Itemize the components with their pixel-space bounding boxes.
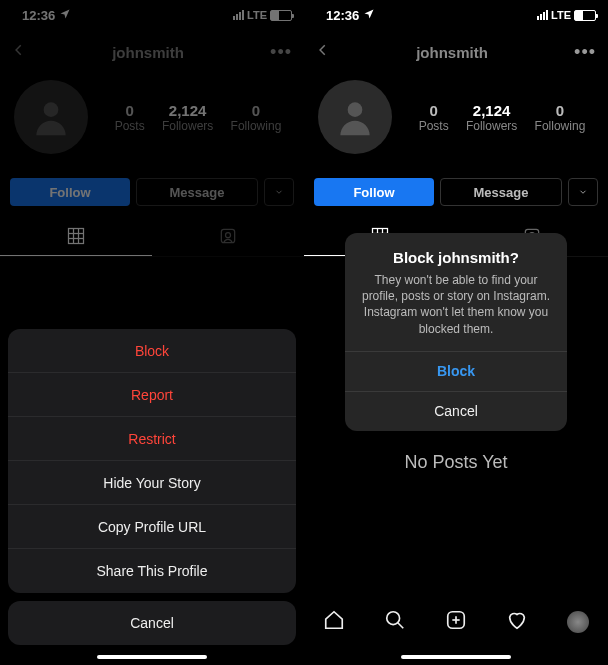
avatar[interactable] [318,80,392,154]
menu-share[interactable]: Share This Profile [8,549,296,593]
action-buttons-row: Follow Message [304,164,608,216]
back-button[interactable] [316,43,330,61]
follow-button[interactable]: Follow [314,178,434,206]
svg-point-8 [348,102,363,117]
menu-block[interactable]: Block [8,329,296,373]
menu-report[interactable]: Report [8,373,296,417]
status-time: 12:36 [326,8,359,23]
stat-posts[interactable]: 0 Posts [419,102,449,133]
suggestions-toggle[interactable] [568,178,598,206]
network-label: LTE [551,9,571,21]
menu-cancel[interactable]: Cancel [8,601,296,645]
alert-block-button[interactable]: Block [345,351,567,391]
battery-icon [574,10,596,21]
stat-following[interactable]: 0 Following [535,102,586,133]
stat-followers[interactable]: 2,124 Followers [466,102,517,133]
menu-hide-story[interactable]: Hide Your Story [8,461,296,505]
profile-header: 0 Posts 2,124 Followers 0 Following [304,74,608,164]
menu-restrict[interactable]: Restrict [8,417,296,461]
phone-left: 12:36 LTE johnsmith ••• 0 Posts 2,124 Fo… [0,0,304,665]
alert-cancel-button[interactable]: Cancel [345,391,567,431]
message-button[interactable]: Message [440,178,562,206]
nav-create-icon[interactable] [445,609,467,635]
action-sheet: Block Report Restrict Hide Your Story Co… [8,329,296,645]
nav-profile-avatar[interactable] [567,611,589,633]
nav-header: johnsmith ••• [304,30,608,74]
header-username: johnsmith [416,44,488,61]
svg-line-17 [398,623,404,629]
signal-icon [537,10,548,20]
alert-body: They won't be able to find your profile,… [345,272,567,351]
nav-activity-icon[interactable] [506,609,528,635]
nav-search-icon[interactable] [384,609,406,635]
bottom-tab-bar [304,599,608,645]
home-indicator[interactable] [401,655,511,659]
menu-copy-url[interactable]: Copy Profile URL [8,505,296,549]
svg-point-16 [387,612,400,625]
status-bar: 12:36 LTE [304,0,608,30]
phone-right: 12:36 LTE johnsmith ••• 0 Posts 2,124 Fo… [304,0,608,665]
nav-home-icon[interactable] [323,609,345,635]
block-confirm-alert: Block johnsmith? They won't be able to f… [345,233,567,431]
alert-title: Block johnsmith? [345,233,567,272]
no-posts-label: No Posts Yet [304,452,608,473]
more-options-button[interactable]: ••• [574,42,596,63]
location-icon [363,8,375,23]
home-indicator[interactable] [97,655,207,659]
